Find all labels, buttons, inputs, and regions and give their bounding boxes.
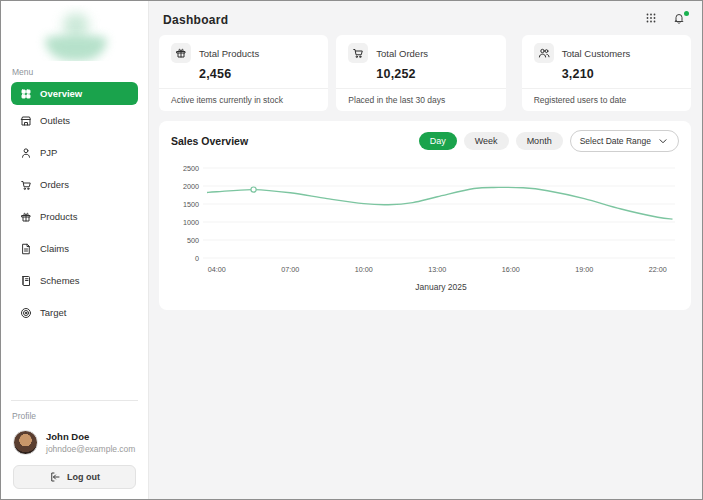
sales-controls: DayWeekMonthSelect Date Range bbox=[419, 130, 679, 152]
sidebar-item-claims[interactable]: Claims bbox=[11, 237, 138, 260]
svg-text:10:00: 10:00 bbox=[355, 265, 373, 274]
svg-text:2500: 2500 bbox=[183, 164, 199, 173]
gift-icon bbox=[175, 47, 187, 59]
sidebar-item-outlets[interactable]: Outlets bbox=[11, 109, 138, 132]
sidebar-item-label: Orders bbox=[40, 179, 69, 190]
date-range-label: Select Date Range bbox=[580, 136, 651, 146]
profile-section-label: Profile bbox=[1, 405, 148, 426]
logout-label: Log out bbox=[67, 472, 100, 482]
range-button-day[interactable]: Day bbox=[419, 132, 457, 150]
svg-text:19:00: 19:00 bbox=[575, 265, 593, 274]
range-button-week[interactable]: Week bbox=[464, 132, 509, 150]
sales-overview-card: Sales Overview DayWeekMonthSelect Date R… bbox=[159, 121, 691, 310]
svg-text:2000: 2000 bbox=[183, 182, 199, 191]
svg-text:1000: 1000 bbox=[183, 218, 199, 227]
svg-text:1500: 1500 bbox=[183, 200, 199, 209]
sidebar-item-label: PJP bbox=[40, 147, 57, 158]
sidebar-item-label: Schemes bbox=[40, 275, 80, 286]
sidebar-item-label: Claims bbox=[40, 243, 69, 254]
sidebar-item-label: Outlets bbox=[40, 115, 70, 126]
stat-iconbox bbox=[534, 43, 554, 63]
svg-text:January 2025: January 2025 bbox=[415, 282, 467, 292]
book-icon bbox=[19, 274, 32, 287]
sidebar-item-label: Overview bbox=[40, 88, 82, 99]
target-icon bbox=[19, 306, 32, 319]
user-name: John Doe bbox=[46, 431, 135, 442]
sidebar-item-label: Target bbox=[40, 307, 66, 318]
cart-icon bbox=[352, 47, 364, 59]
sidebar-nav: OverviewOutletsPJPOrdersProductsClaimsSc… bbox=[1, 82, 148, 333]
profile-divider bbox=[11, 400, 138, 401]
notification-dot bbox=[684, 11, 689, 16]
user-row: John Doe johndoe@example.com bbox=[1, 426, 148, 463]
stat-label: Total Customers bbox=[562, 48, 631, 59]
sales-overview-title: Sales Overview bbox=[171, 135, 248, 147]
gift-icon bbox=[19, 210, 32, 223]
stat-card-total-products: Total Products 2,456 Active items curren… bbox=[159, 35, 328, 111]
menu-section-label: Menu bbox=[1, 61, 148, 82]
svg-text:13:00: 13:00 bbox=[428, 265, 446, 274]
bell-icon[interactable] bbox=[673, 12, 688, 27]
stat-label: Total Products bbox=[199, 48, 259, 59]
sidebar-item-overview[interactable]: Overview bbox=[11, 82, 138, 105]
sidebar-item-orders[interactable]: Orders bbox=[11, 173, 138, 196]
cart-icon bbox=[19, 178, 32, 191]
page-title: Dashboard bbox=[163, 13, 228, 27]
svg-text:500: 500 bbox=[187, 236, 199, 245]
stats-row: Total Products 2,456 Active items curren… bbox=[149, 35, 702, 111]
line-chart-svg: 0500100015002000250004:0007:0010:0013:00… bbox=[171, 158, 679, 304]
logout-button[interactable]: Log out bbox=[13, 465, 136, 489]
stat-value: 3,210 bbox=[562, 67, 679, 81]
user-email: johndoe@example.com bbox=[46, 444, 135, 454]
svg-text:07:00: 07:00 bbox=[281, 265, 299, 274]
apps-grid-icon[interactable] bbox=[645, 12, 660, 27]
sidebar-item-products[interactable]: Products bbox=[11, 205, 138, 228]
users-icon bbox=[538, 47, 550, 59]
stat-card-total-orders: Total Orders 10,252 Placed in the last 3… bbox=[336, 35, 505, 111]
grid-icon bbox=[19, 87, 32, 100]
sidebar-profile-section: Profile John Doe johndoe@example.com Log… bbox=[1, 400, 148, 499]
chart-marker-point bbox=[251, 187, 256, 192]
stat-footer: Placed in the last 30 days bbox=[336, 88, 505, 111]
sidebar-item-schemes[interactable]: Schemes bbox=[11, 269, 138, 292]
stat-iconbox bbox=[348, 43, 368, 63]
avatar bbox=[13, 430, 38, 455]
company-logo bbox=[1, 5, 148, 61]
main-area: Dashboard Total Products 2,456 Active it… bbox=[149, 1, 702, 499]
stat-value: 2,456 bbox=[199, 67, 316, 81]
topbar: Dashboard bbox=[149, 1, 702, 35]
svg-text:0: 0 bbox=[195, 254, 199, 263]
sidebar-item-pjp[interactable]: PJP bbox=[11, 141, 138, 164]
stat-label: Total Orders bbox=[376, 48, 428, 59]
store-icon bbox=[19, 114, 32, 127]
sidebar: Menu OverviewOutletsPJPOrdersProductsCla… bbox=[1, 1, 149, 499]
date-range-select[interactable]: Select Date Range bbox=[570, 130, 679, 152]
logout-icon bbox=[49, 471, 61, 483]
file-icon bbox=[19, 242, 32, 255]
sidebar-item-label: Products bbox=[40, 211, 78, 222]
svg-text:16:00: 16:00 bbox=[502, 265, 520, 274]
person-icon bbox=[19, 146, 32, 159]
stat-footer: Registered users to date bbox=[522, 88, 691, 111]
stat-card-total-customers: Total Customers 3,210 Registered users t… bbox=[522, 35, 691, 111]
svg-text:04:00: 04:00 bbox=[208, 265, 226, 274]
chevron-down-icon bbox=[657, 135, 669, 147]
svg-text:22:00: 22:00 bbox=[649, 265, 667, 274]
sales-line-chart: 0500100015002000250004:0007:0010:0013:00… bbox=[171, 158, 679, 304]
range-button-month[interactable]: Month bbox=[516, 132, 563, 150]
stat-footer: Active items currently in stock bbox=[159, 88, 328, 111]
stat-value: 10,252 bbox=[376, 67, 493, 81]
stat-iconbox bbox=[171, 43, 191, 63]
sidebar-item-target[interactable]: Target bbox=[11, 301, 138, 324]
